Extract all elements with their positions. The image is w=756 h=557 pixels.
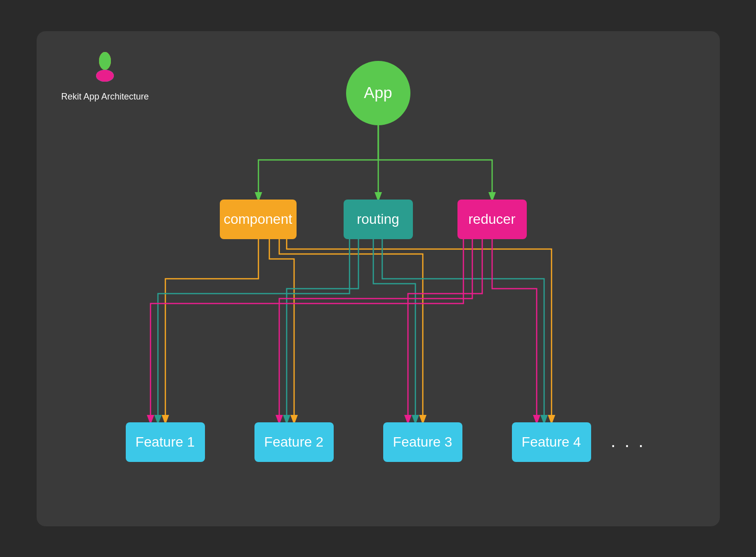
more-dots: · · · [611,435,646,456]
architecture-diagram: App component routing reducer Feature 1 … [106,61,651,497]
feature1-node: Feature 1 [126,422,205,462]
feature3-node: Feature 3 [383,422,462,462]
feature4-node: Feature 4 [512,422,591,462]
feature2-node: Feature 2 [254,422,334,462]
main-card: Rekit App Architecture [37,31,720,526]
reducer-node: reducer [457,200,527,239]
routing-node: routing [344,200,413,239]
component-node: component [220,200,297,239]
app-node: App [346,61,410,125]
